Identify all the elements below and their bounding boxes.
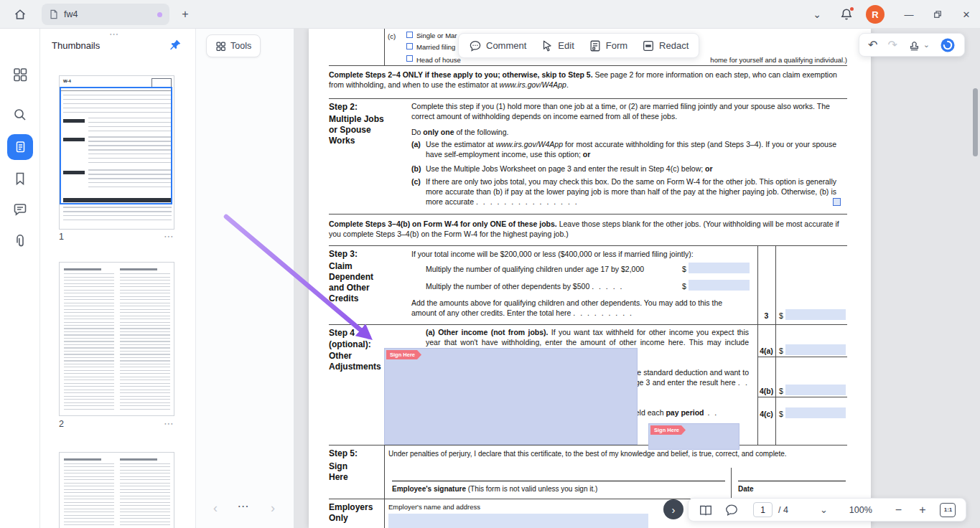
step3-row3-leader: . . . . . . . . . xyxy=(573,308,633,317)
steps34-note-bold: Complete Steps 3–4(b) on Form W-4 for on… xyxy=(329,220,557,228)
pages-icon xyxy=(13,140,27,154)
filing-checkbox-married[interactable] xyxy=(406,43,413,50)
tools-button[interactable]: Tools xyxy=(206,34,261,57)
step2-label: Step 2: xyxy=(329,102,358,113)
thumbnail-page-3[interactable] xyxy=(59,452,174,528)
filing-checkbox-single[interactable] xyxy=(406,32,413,38)
edit-button[interactable]: Edit xyxy=(541,39,574,52)
bottom-toolbar: / 4 ⌄ 100% − + 1:1 xyxy=(688,498,966,522)
signature-field-small[interactable]: Sign Here xyxy=(648,423,739,450)
page-number-input[interactable] xyxy=(753,502,773,517)
step4-c-field[interactable] xyxy=(785,407,846,418)
redact-button[interactable]: Redact xyxy=(642,39,689,52)
step4-label2: (optional): xyxy=(329,339,371,350)
document-tab[interactable]: fw4 xyxy=(42,4,169,25)
page-total-label: / 4 xyxy=(778,505,788,515)
view-mode-chevron[interactable]: ⌄ xyxy=(820,504,828,515)
signature-caption-bold: Employee's signature xyxy=(392,485,466,493)
thumbnails-panel-button[interactable] xyxy=(7,134,33,160)
book-icon xyxy=(699,503,713,517)
step2-b-label: (b) xyxy=(411,164,421,174)
home-button[interactable] xyxy=(10,4,30,24)
attachments-button[interactable] xyxy=(12,233,28,249)
comments-panel-button[interactable] xyxy=(12,202,28,217)
new-tab-button[interactable]: + xyxy=(178,7,192,22)
ai-assistant-button[interactable] xyxy=(940,37,956,53)
tools-prev-button[interactable]: ‹ xyxy=(209,501,222,518)
tools-more-button[interactable]: ⋯ xyxy=(235,499,252,517)
step2-item-b: (b)Use the Multiple Jobs Worksheet on pa… xyxy=(411,164,836,174)
reading-mode-button[interactable] xyxy=(699,503,713,517)
step2-two-jobs-checkbox[interactable] xyxy=(833,198,841,206)
w4app-link: www.irs.gov/W4App xyxy=(500,80,566,89)
tools-next-button[interactable]: › xyxy=(266,501,279,518)
minimize-button[interactable]: — xyxy=(902,7,916,22)
app-window: fw4 + ⌄ R — ✕ xyxy=(0,0,980,528)
date-caption: Date xyxy=(738,484,754,494)
step3-row2-text: Multiply the number of other dependents … xyxy=(426,281,681,291)
history-toolbar: ↶ ↷ ⌄ xyxy=(859,33,965,57)
paperclip-icon xyxy=(12,233,28,249)
employer-name-field[interactable] xyxy=(388,514,648,528)
steps-intro: Complete Steps 2–4 ONLY if these apply t… xyxy=(329,70,847,90)
step5-declaration: Under penalties of perjury, I declare th… xyxy=(388,449,846,458)
step3-row3-label: Add the amounts above for qualifying chi… xyxy=(411,298,722,317)
thumbnail-page-1[interactable]: W-4 xyxy=(59,75,174,230)
edit-button-label: Edit xyxy=(558,40,574,51)
step4-c-payperiod: pay period xyxy=(666,408,704,417)
step2-b-or: or xyxy=(705,164,713,173)
notifications-button[interactable] xyxy=(839,6,854,22)
thumbnail-2-menu[interactable]: ⋯ xyxy=(164,418,174,429)
restore-icon xyxy=(933,9,943,19)
step2-b-text: Use the Multiple Jobs Worksheet on page … xyxy=(426,164,705,173)
form-button[interactable]: Form xyxy=(589,39,627,52)
step4-a-bold: (a) Other income (not from jobs). xyxy=(426,328,548,336)
vertical-scrollbar[interactable] xyxy=(973,88,978,156)
step3-row1-field[interactable] xyxy=(689,263,750,273)
notification-dot xyxy=(850,7,854,11)
employer-name-caption: Employer's name and address xyxy=(388,503,480,512)
step4-c-currency: $ xyxy=(779,409,783,419)
signature-caption: Employee's signature (This form is not v… xyxy=(392,484,729,494)
restore-button[interactable] xyxy=(930,7,945,22)
bookmarks-button[interactable] xyxy=(12,171,28,187)
titlebar: fw4 + ⌄ R — ✕ xyxy=(0,0,980,29)
pin-panel-button[interactable] xyxy=(168,38,182,52)
step4-a-field[interactable] xyxy=(785,344,846,355)
comments-toggle-button[interactable] xyxy=(724,503,739,517)
tab-list-chevron[interactable]: ⌄ xyxy=(810,7,824,22)
filing-checkbox-head[interactable] xyxy=(406,55,413,62)
redact-icon xyxy=(642,39,655,52)
panel-drag-handle[interactable]: ⋯ xyxy=(109,29,119,39)
undo-button[interactable]: ↶ xyxy=(868,38,877,52)
step2-p2-pre: Do xyxy=(411,128,423,136)
comment-button[interactable]: Comment xyxy=(469,39,526,52)
bookmark-icon xyxy=(12,171,28,187)
step2-p1: Complete this step if you (1) hold more … xyxy=(411,101,836,121)
search-button[interactable] xyxy=(12,107,28,123)
thumbnail-page-2[interactable] xyxy=(59,262,174,416)
stamp-button[interactable]: ⌄ xyxy=(907,38,930,52)
zoom-in-button[interactable]: + xyxy=(919,504,925,517)
user-avatar[interactable]: R xyxy=(866,5,885,24)
step2-a-link: www.irs.gov/W4App xyxy=(496,140,563,148)
zoom-level-label[interactable]: 100% xyxy=(849,505,872,515)
comment-icon xyxy=(469,39,482,52)
apps-grid-button[interactable] xyxy=(12,67,28,82)
step4-b-field[interactable] xyxy=(785,385,846,395)
step3-row2-leader: . . . . . xyxy=(592,282,623,291)
thumbnails-panel-title: Thumbnails xyxy=(52,40,100,51)
toolbar-expand-button[interactable]: › xyxy=(663,499,683,519)
employers-label: Employers Only xyxy=(329,502,379,524)
step3-total-field[interactable] xyxy=(785,309,846,320)
zoom-out-button[interactable]: − xyxy=(895,504,902,517)
form-icon xyxy=(589,39,602,52)
chat-bubble-icon xyxy=(12,202,28,217)
close-button[interactable]: ✕ xyxy=(959,7,974,22)
redo-button[interactable]: ↷ xyxy=(887,38,897,52)
actual-size-button[interactable]: 1:1 xyxy=(940,503,956,517)
thumbnail-1-menu[interactable]: ⋯ xyxy=(164,230,174,242)
signature-field-large[interactable]: Sign Here xyxy=(384,348,638,445)
step2-p2-bold: only one xyxy=(423,128,454,136)
step3-row2-field[interactable] xyxy=(689,280,750,291)
